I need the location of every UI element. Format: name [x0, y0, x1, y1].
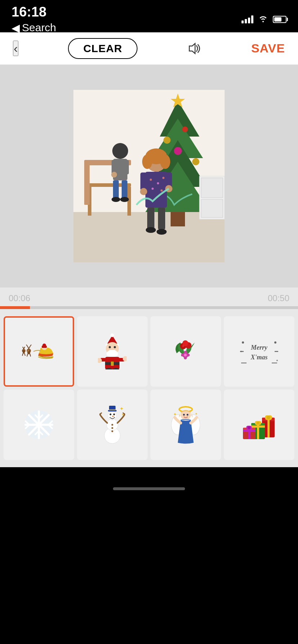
- svg-rect-77: [111, 362, 114, 366]
- svg-point-96: [274, 341, 276, 344]
- merry-xmas-text-icon: Merry X'mas: [239, 337, 279, 366]
- video-frame: [73, 90, 225, 262]
- svg-point-98: [276, 360, 278, 361]
- timeline-area: 00:06 00:50: [0, 288, 298, 309]
- timeline-bar[interactable]: [0, 306, 298, 309]
- sticker-snowflake[interactable]: [4, 390, 74, 460]
- back-button[interactable]: ‹: [13, 41, 18, 56]
- svg-rect-155: [257, 423, 259, 439]
- santa-sleigh-icon: [21, 341, 57, 362]
- svg-point-40: [161, 189, 163, 192]
- svg-point-143: [183, 414, 185, 415]
- svg-rect-41: [140, 172, 147, 190]
- svg-point-134: [111, 430, 113, 432]
- svg-text:✦: ✦: [195, 412, 198, 416]
- svg-point-127: [109, 417, 110, 418]
- svg-point-90: [184, 354, 187, 356]
- svg-line-68: [24, 353, 25, 356]
- svg-line-61: [27, 354, 28, 356]
- svg-point-93: [181, 354, 184, 356]
- svg-rect-149: [267, 418, 270, 437]
- svg-point-37: [157, 182, 159, 184]
- svg-line-67: [22, 353, 23, 356]
- status-icons: [241, 14, 286, 25]
- svg-point-152: [267, 416, 270, 419]
- timeline-progress: [0, 306, 30, 309]
- svg-line-57: [29, 346, 30, 349]
- svg-point-129: [112, 418, 113, 419]
- wifi-icon: [258, 14, 268, 25]
- status-back-nav[interactable]: ◀ Search: [12, 22, 56, 34]
- status-time: 16:18: [12, 5, 56, 19]
- svg-rect-45: [147, 208, 154, 229]
- signal-icon: [241, 15, 253, 23]
- svg-text:✦: ✦: [121, 413, 124, 417]
- sticker-santa-sleigh[interactable]: [4, 316, 74, 387]
- svg-point-39: [152, 188, 154, 190]
- svg-point-30: [120, 197, 129, 202]
- svg-point-54: [42, 344, 46, 347]
- svg-point-18: [174, 147, 182, 155]
- svg-point-38: [162, 177, 164, 179]
- sticker-holly-berries[interactable]: [150, 316, 221, 387]
- svg-point-118: [36, 422, 42, 428]
- sticker-angel[interactable]: ✦ ✦: [150, 390, 221, 460]
- svg-rect-163: [243, 430, 256, 432]
- timeline-start-time: 00:06: [9, 293, 30, 303]
- svg-rect-27: [123, 160, 129, 174]
- svg-point-22: [112, 143, 128, 159]
- svg-point-130: [113, 418, 114, 419]
- sticker-snowman[interactable]: ✦ ✦: [77, 390, 148, 460]
- svg-marker-0: [189, 43, 195, 54]
- speaker-icon: [187, 42, 202, 55]
- timeline-times: 00:06 00:50: [0, 293, 298, 303]
- angel-icon: ✦ ✦: [171, 405, 200, 445]
- timeline-end-time: 00:50: [268, 293, 289, 303]
- snowman-icon: ✦ ✦: [98, 405, 127, 445]
- sound-button[interactable]: [187, 42, 202, 55]
- svg-rect-124: [109, 409, 116, 410]
- sticker-merry-xmas[interactable]: Merry X'mas: [224, 316, 294, 387]
- svg-rect-50: [201, 178, 223, 198]
- svg-rect-51: [201, 199, 223, 217]
- sticker-grid: Ho.Ho.Ho!!: [4, 316, 294, 460]
- svg-point-91: [184, 351, 187, 354]
- svg-point-47: [146, 227, 156, 233]
- back-label: Search: [22, 22, 56, 34]
- svg-rect-13: [171, 212, 185, 226]
- save-button[interactable]: SAVE: [251, 41, 285, 55]
- clear-button[interactable]: CLEAR: [68, 38, 137, 59]
- svg-text:✦: ✦: [119, 406, 124, 411]
- svg-point-15: [182, 126, 188, 132]
- svg-text:X'mas: X'mas: [250, 354, 267, 361]
- santa-claus-icon: Ho.Ho.Ho!!: [98, 334, 127, 369]
- svg-point-43: [140, 188, 147, 195]
- home-indicator[interactable]: [113, 487, 185, 490]
- svg-point-144: [186, 414, 188, 415]
- svg-line-65: [24, 347, 25, 349]
- video-container: [0, 65, 298, 288]
- sticker-gift-boxes[interactable]: [224, 390, 294, 460]
- status-bar: 16:18 ◀ Search: [0, 0, 298, 32]
- battery-icon: [273, 16, 286, 23]
- snowflake-icon: [23, 409, 55, 441]
- svg-point-95: [242, 341, 244, 344]
- svg-text:✦: ✦: [173, 412, 177, 417]
- svg-point-125: [109, 413, 111, 415]
- svg-point-74: [114, 346, 116, 348]
- svg-point-88: [182, 345, 184, 347]
- toolbar: ‹ CLEAR SAVE: [0, 32, 298, 65]
- svg-point-128: [110, 418, 112, 419]
- svg-point-14: [163, 137, 171, 144]
- back-chevron-icon: ◀: [12, 22, 20, 34]
- svg-line-59: [30, 345, 31, 346]
- svg-point-131: [114, 417, 115, 418]
- svg-point-34: [160, 155, 170, 169]
- sticker-section: Ho.Ho.Ho!!: [0, 309, 298, 467]
- sticker-santa-claus[interactable]: Ho.Ho.Ho!!: [77, 316, 148, 387]
- svg-text:Merry: Merry: [250, 344, 268, 351]
- svg-point-94: [187, 354, 190, 356]
- gift-boxes-icon: [241, 407, 277, 443]
- video-scene: [73, 90, 225, 262]
- svg-point-66: [23, 350, 25, 354]
